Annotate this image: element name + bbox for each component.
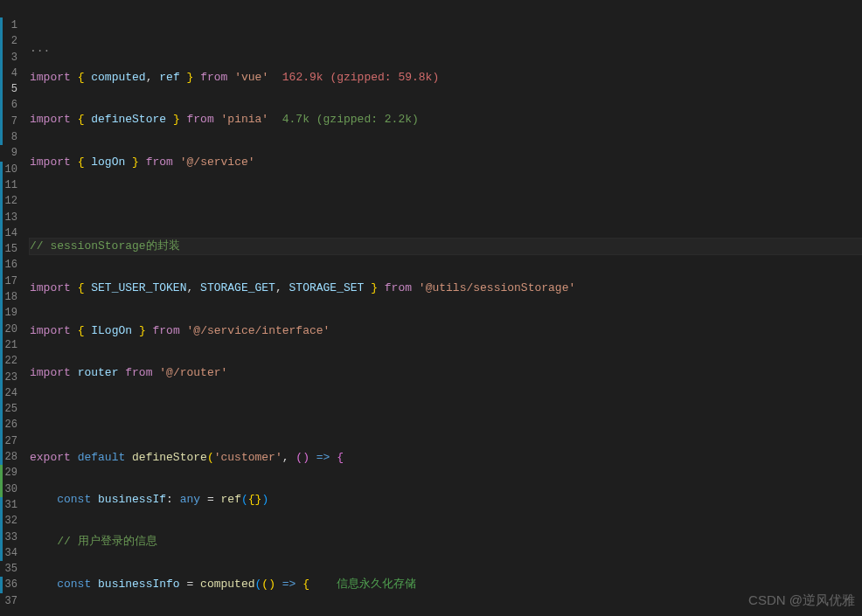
- code-editor[interactable]: 1 2 3 4 5 6 7 8 9 10 11 12 13 14 15 16 1…: [0, 0, 862, 616]
- line-number-gutter: 1 2 3 4 5 6 7 8 9 10 11 12 13 14 15 16 1…: [0, 0, 24, 616]
- fold-dots[interactable]: ···: [30, 44, 862, 59]
- code-content[interactable]: ··· import { computed, ref } from 'vue' …: [24, 0, 862, 616]
- watermark: CSDN @逆风优雅: [748, 592, 855, 609]
